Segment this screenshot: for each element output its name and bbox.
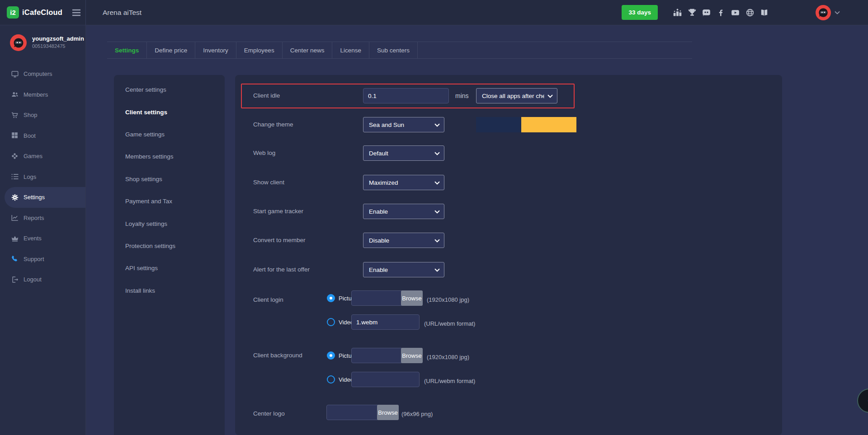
chat-widget-collapse-button[interactable]: ‹ [857, 388, 868, 413]
sidebar-item-shop[interactable]: Shop [0, 105, 85, 126]
logo-icon: i2 [7, 6, 19, 19]
client-background-picture-file-input[interactable]: Browse [351, 348, 423, 363]
brand-name: iCafeCloud [22, 8, 62, 17]
brand-logo[interactable]: i2 iCafeCloud [0, 6, 67, 19]
sidebar-item-computers[interactable]: Computers [0, 64, 85, 84]
gear-icon [11, 193, 19, 201]
client-login-video-radio[interactable] [327, 318, 335, 326]
client-idle-action-select[interactable]: Close all apps after che [476, 88, 557, 103]
guide-book-icon[interactable] [760, 8, 769, 17]
show-client-label: Show client [253, 179, 284, 186]
user-menu-chevron-icon[interactable] [835, 11, 840, 14]
chart-icon [11, 214, 19, 222]
chevron-down-icon [434, 268, 440, 272]
alert-last-offer-select[interactable]: Enable [363, 262, 444, 277]
chevron-down-icon [434, 123, 440, 127]
logout-icon [11, 276, 19, 284]
sidebar-item-events[interactable]: Events [0, 228, 85, 249]
show-client-select[interactable]: Maximized [363, 175, 444, 190]
client-login-label: Client login [253, 296, 283, 303]
sidebar-item-games[interactable]: Games [0, 146, 85, 167]
user-name: youngzsoft_admin [32, 35, 84, 42]
client-idle-input[interactable] [363, 88, 449, 103]
tab-settings[interactable]: Settings [107, 42, 147, 58]
start-game-tracker-select[interactable]: Enable [363, 204, 444, 219]
user-avatar[interactable] [816, 5, 831, 20]
top-header: i2 iCafeCloud Arena aiTest 33 days [0, 0, 868, 25]
client-login-video-input[interactable] [351, 314, 420, 330]
tab-define-price[interactable]: Define price [147, 42, 195, 58]
windows-icon [11, 131, 19, 140]
sidebar-item-label: Games [24, 153, 42, 159]
cart-icon [11, 111, 19, 119]
sidebar-item-label: Computers [24, 70, 52, 77]
center-logo-hint: (96x96 png) [401, 411, 433, 417]
client-login-picture-radio[interactable] [327, 294, 335, 302]
client-login-video-hint: (URL/webm format) [424, 320, 475, 327]
sidebar-item-label: Events [24, 235, 42, 242]
chevron-down-icon [547, 94, 553, 98]
client-background-picture-browse-button[interactable]: Browse [401, 348, 423, 363]
chevron-down-icon [434, 210, 440, 214]
tab-center-news[interactable]: Center news [283, 42, 333, 58]
sidebar-item-logs[interactable]: Logs [0, 167, 85, 187]
discord-icon[interactable] [702, 8, 711, 17]
sidebar-item-label: Logs [24, 173, 36, 180]
gamepad-icon [11, 152, 19, 160]
sidebar-item-boot[interactable]: Boot [0, 126, 85, 146]
submenu-payment-and-tax[interactable]: Payment and Tax [114, 190, 225, 212]
submenu-game-settings[interactable]: Game settings [114, 123, 225, 145]
settings-submenu-panel: Center settings Client settings Game set… [114, 75, 225, 435]
leaderboard-icon[interactable] [673, 8, 682, 17]
tab-employees[interactable]: Employees [236, 42, 283, 58]
youtube-icon[interactable] [731, 8, 740, 17]
sidebar-item-logout[interactable]: Logout [0, 269, 85, 290]
tab-sub-centers[interactable]: Sub centers [369, 42, 418, 58]
client-background-video-radio[interactable] [327, 375, 335, 384]
website-globe-icon[interactable] [745, 8, 755, 17]
sidebar-item-reports[interactable]: Reports [0, 208, 85, 229]
tab-license[interactable]: License [332, 42, 369, 58]
tab-inventory[interactable]: Inventory [195, 42, 236, 58]
sidebar-item-label: Boot [24, 132, 36, 139]
submenu-members-settings[interactable]: Members settings [114, 145, 225, 168]
center-logo-file-input[interactable]: Browse [326, 405, 399, 420]
facebook-icon[interactable] [716, 8, 726, 17]
submenu-client-settings[interactable]: Client settings [114, 101, 225, 123]
submenu-loyalty-settings[interactable]: Loyalty settings [114, 212, 225, 234]
selected-option: Close all apps after che [482, 93, 544, 99]
submenu-shop-settings[interactable]: Shop settings [114, 168, 225, 190]
client-login-picture-browse-button[interactable]: Browse [401, 290, 423, 306]
submenu-api-settings[interactable]: API settings [114, 257, 225, 279]
center-tabs: Settings Define price Inventory Employee… [107, 42, 692, 59]
client-background-video-input[interactable] [351, 372, 420, 387]
client-login-picture-file-input[interactable]: Browse [351, 290, 423, 306]
chevron-down-icon [434, 181, 440, 185]
client-background-picture-radio[interactable] [327, 351, 335, 360]
sidebar-item-members[interactable]: Members [0, 84, 85, 105]
submenu-center-settings[interactable]: Center settings [114, 79, 225, 101]
alert-last-offer-label: Alert for the last offer [253, 266, 310, 273]
sidebar-item-label: Members [24, 91, 48, 98]
sidebar-item-support[interactable]: Support [0, 249, 85, 270]
trophy-icon[interactable] [687, 8, 697, 17]
change-theme-select[interactable]: Sea and Sun [363, 117, 444, 132]
convert-to-member-select[interactable]: Disable [363, 233, 444, 248]
theme-preview-swatches [476, 117, 576, 132]
selected-option: Enable [369, 267, 388, 273]
license-days-badge[interactable]: 33 days [622, 5, 658, 20]
submenu-install-links[interactable]: Install links [114, 280, 225, 302]
client-idle-unit: mins [455, 92, 469, 99]
hamburger-menu-icon[interactable] [67, 0, 86, 25]
sidebar-item-settings[interactable]: Settings [5, 187, 85, 208]
selected-option: Sea and Sun [369, 122, 404, 128]
client-background-video-hint: (URL/webm format) [424, 378, 475, 384]
client-background-picture-hint: (1920x1080 jpg) [427, 354, 469, 360]
theme-swatch-navy [476, 117, 521, 132]
sidebar-item-label: Settings [24, 194, 45, 201]
submenu-protection-settings[interactable]: Protection settings [114, 235, 225, 257]
center-logo-browse-button[interactable]: Browse [377, 405, 399, 420]
web-log-select[interactable]: Default [363, 145, 444, 161]
user-id: 005193482475 [32, 43, 84, 49]
sidebar-user-avatar[interactable] [10, 34, 27, 51]
